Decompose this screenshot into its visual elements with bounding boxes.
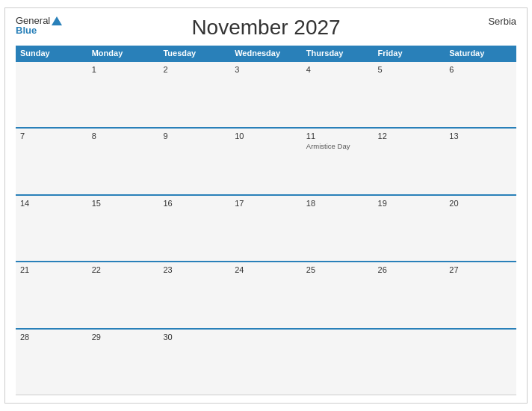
day-number: 20 (449, 199, 512, 208)
weekday-header: Monday (87, 46, 159, 61)
weeks-container: 1234567891011Armistice Day12131415161718… (16, 61, 516, 395)
day-cell: 13 (445, 129, 516, 194)
day-cell: 1 (87, 62, 159, 127)
weekday-header: Saturday (445, 46, 516, 61)
day-number: 30 (163, 333, 226, 342)
week-row: 14151617181920 (16, 194, 516, 261)
day-cell (302, 330, 374, 395)
day-cell (445, 330, 516, 395)
day-cell: 10 (230, 129, 302, 194)
day-cell: 4 (302, 62, 374, 127)
week-row: 7891011Armistice Day1213 (16, 127, 516, 194)
day-number: 9 (163, 132, 226, 140)
day-number: 25 (306, 265, 369, 274)
day-cell: 8 (87, 129, 159, 194)
logo-triangle-icon (52, 16, 62, 25)
day-number: 12 (378, 132, 441, 140)
day-number: 7 (20, 132, 83, 140)
day-number: 13 (449, 132, 512, 140)
weekdays-row: SundayMondayTuesdayWednesdayThursdayFrid… (16, 46, 516, 61)
week-row: 123456 (16, 61, 516, 127)
day-number: 17 (235, 199, 297, 208)
calendar: General Blue November 2027 Serbia Sunday… (4, 7, 528, 404)
day-cell: 3 (230, 62, 302, 127)
day-cell: 16 (158, 196, 230, 261)
weekday-header: Sunday (16, 46, 87, 61)
day-number: 5 (378, 65, 441, 74)
day-cell (16, 62, 87, 127)
calendar-title: November 2027 (191, 16, 340, 40)
country-label: Serbia (488, 16, 516, 27)
day-cell: 15 (87, 196, 159, 261)
day-cell: 5 (374, 62, 445, 127)
day-cell: 11Armistice Day (302, 129, 374, 194)
day-cell: 7 (16, 129, 87, 194)
day-number: 2 (163, 65, 226, 74)
day-number: 15 (92, 199, 155, 208)
weekday-header: Wednesday (230, 46, 302, 61)
day-cell: 20 (445, 196, 516, 261)
day-number: 16 (163, 199, 226, 208)
day-cell: 25 (302, 262, 374, 327)
day-cell: 22 (87, 262, 159, 327)
day-number: 10 (235, 132, 297, 140)
day-cell: 29 (87, 330, 159, 395)
day-number: 27 (449, 265, 512, 274)
day-cell: 17 (230, 196, 302, 261)
day-number: 3 (235, 65, 297, 74)
day-cell: 12 (374, 129, 445, 194)
logo-blue-text: Blue (16, 25, 62, 35)
calendar-header: General Blue November 2027 Serbia (16, 16, 516, 40)
day-cell: 19 (374, 196, 445, 261)
day-cell: 24 (230, 262, 302, 327)
weekday-header: Friday (374, 46, 445, 61)
event-label: Armistice Day (306, 142, 369, 150)
day-cell: 26 (374, 262, 445, 327)
day-cell: 2 (158, 62, 230, 127)
day-number: 18 (306, 199, 369, 208)
day-cell: 28 (16, 330, 87, 395)
day-cell: 6 (445, 62, 516, 127)
day-cell: 23 (158, 262, 230, 327)
weekday-header: Thursday (302, 46, 374, 61)
day-number: 26 (378, 265, 441, 274)
day-number: 6 (449, 65, 512, 74)
day-number: 24 (235, 265, 297, 274)
day-number: 19 (378, 199, 441, 208)
day-cell (374, 330, 445, 395)
day-number: 1 (92, 65, 155, 74)
week-row: 21222324252627 (16, 261, 516, 327)
day-cell: 30 (158, 330, 230, 395)
day-number: 8 (92, 132, 155, 140)
day-number: 22 (92, 265, 155, 274)
day-number: 21 (20, 265, 83, 274)
weekday-header: Tuesday (158, 46, 230, 61)
day-cell: 21 (16, 262, 87, 327)
day-cell: 9 (158, 129, 230, 194)
day-cell: 27 (445, 262, 516, 327)
day-number: 14 (20, 199, 83, 208)
week-row: 282930 (16, 328, 516, 395)
day-number: 23 (163, 265, 226, 274)
day-number: 29 (92, 333, 155, 342)
day-number: 4 (306, 65, 369, 74)
day-cell: 18 (302, 196, 374, 261)
day-number: 11 (306, 132, 369, 140)
day-number: 28 (20, 333, 83, 342)
logo: General Blue (16, 16, 62, 35)
day-cell (230, 330, 302, 395)
day-cell: 14 (16, 196, 87, 261)
